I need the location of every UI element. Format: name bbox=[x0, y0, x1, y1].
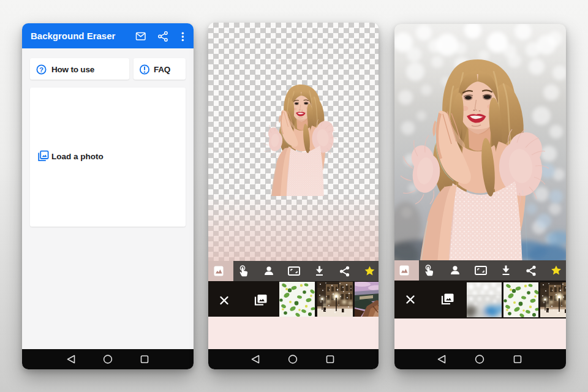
svg-text:?: ? bbox=[39, 66, 43, 74]
